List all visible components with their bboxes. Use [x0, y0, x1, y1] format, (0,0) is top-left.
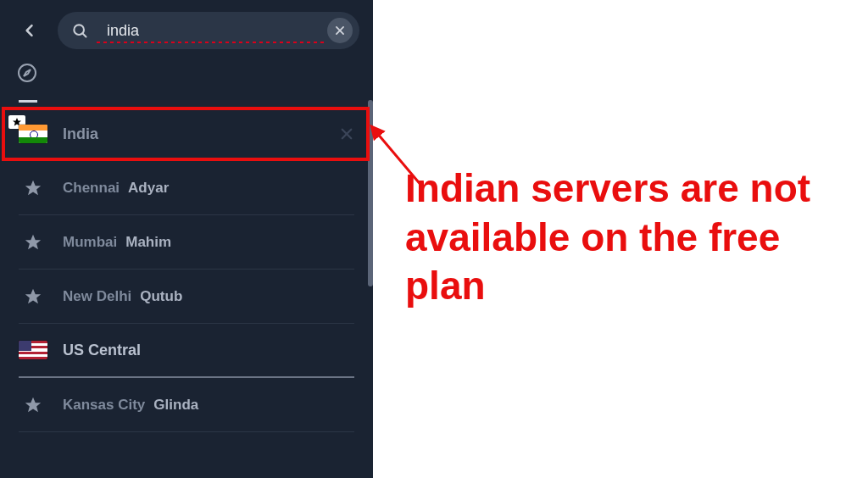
favorite-star[interactable] — [19, 232, 47, 253]
svg-marker-10 — [25, 234, 41, 248]
city-row-new-delhi[interactable]: New Delhi Qutub — [19, 270, 354, 324]
us-flag-icon — [19, 341, 47, 359]
favorite-star[interactable] — [19, 395, 47, 415]
clear-search-button[interactable] — [327, 18, 353, 43]
top-bar — [0, 0, 373, 59]
search-value-wrap — [97, 21, 327, 41]
india-flag-icon — [19, 125, 47, 143]
city-label: New Delhi — [63, 288, 131, 305]
vpn-server-panel: India Chennai Adyar — [0, 0, 373, 478]
city-label: Kansas City — [63, 397, 145, 414]
city-label: Chennai — [63, 180, 120, 197]
city-row-kansas-city[interactable]: Kansas City Glinda — [19, 378, 354, 432]
star-icon — [24, 287, 42, 306]
svg-marker-11 — [25, 288, 41, 303]
back-button[interactable] — [14, 14, 46, 47]
city-label: Mumbai — [63, 234, 117, 251]
star-icon — [24, 396, 42, 414]
locations-button[interactable] — [0, 59, 373, 88]
svg-point-4 — [19, 64, 36, 81]
search-input[interactable] — [105, 21, 305, 41]
server-label: Qutub — [140, 288, 182, 305]
flag-wrap — [19, 124, 47, 144]
search-box[interactable] — [58, 12, 359, 49]
search-icon — [71, 22, 88, 39]
flag-wrap — [19, 340, 47, 360]
scrollbar-thumb[interactable] — [368, 100, 373, 286]
svg-line-1 — [82, 33, 86, 36]
region-header-us-central[interactable]: US Central — [19, 324, 354, 378]
scroll-hint-bar — [19, 100, 37, 103]
country-header-india[interactable]: India — [19, 107, 354, 161]
region-label: US Central — [63, 342, 141, 359]
collapse-x-icon[interactable] — [339, 126, 354, 142]
favorite-star[interactable] — [19, 178, 47, 198]
star-icon — [24, 233, 42, 252]
server-label: Glinda — [153, 397, 198, 414]
server-label: Adyar — [128, 180, 169, 197]
favorite-star[interactable] — [19, 286, 47, 307]
svg-marker-5 — [24, 69, 31, 76]
annotation-text: Indian servers are not available on the … — [405, 164, 854, 311]
server-label: Mahim — [125, 234, 171, 251]
chevron-left-icon — [21, 22, 38, 39]
city-row-chennai[interactable]: Chennai Adyar — [19, 161, 354, 215]
country-label: India — [63, 125, 98, 143]
compass-icon — [17, 63, 37, 83]
city-row-mumbai[interactable]: Mumbai Mahim — [19, 215, 354, 270]
list: India Chennai Adyar — [0, 107, 373, 432]
svg-marker-9 — [25, 180, 41, 194]
close-icon — [334, 25, 346, 36]
results-list: India Chennai Adyar — [0, 100, 373, 478]
star-icon — [24, 179, 42, 197]
svg-marker-12 — [25, 397, 41, 411]
